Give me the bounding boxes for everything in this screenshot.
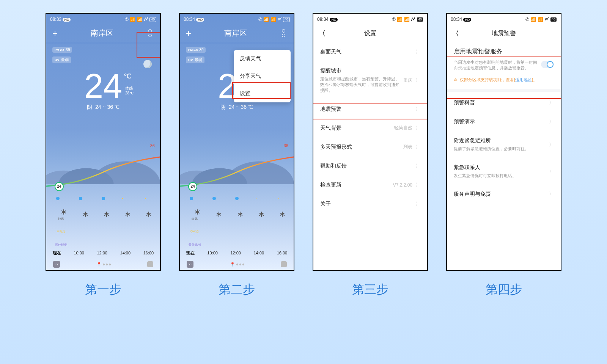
status-bar: 08:33 HD ✆ 📶 📶 🗲 40 — [46, 14, 160, 24]
chart-icon[interactable]: 〰 — [53, 261, 60, 268]
supported-regions-link[interactable]: 适用地区 — [515, 77, 532, 82]
enable-service-card: 启用地震预警服务 当周边发生对您有影响的地震时，将第一时间向您推送地震预警信息，… — [447, 42, 561, 77]
page-title: 设置 — [313, 30, 427, 38]
row-emergency-contact[interactable]: 紧急联系人发生紧急情况时可立即拨打电话。〉 — [447, 158, 561, 185]
step-4: 08:34 HD ✆ 📶 📶 🗲 40 〈地震预警 启用地震预警服务 当周边发生… — [446, 13, 561, 298]
hourly-grid: 轻风 空气良 紫外线弱 现在10:0012:0014:0016:00 — [46, 196, 160, 259]
menu-settings[interactable]: 设置 — [234, 85, 291, 102]
row-earthquake-warning[interactable]: 地震预警〉 — [313, 100, 427, 119]
overflow-menu: 反馈天气 分享天气 设置 — [234, 50, 291, 102]
home-icon[interactable] — [147, 261, 153, 267]
moon-icon — [143, 60, 152, 68]
row-help[interactable]: 帮助和反馈〉 — [313, 157, 427, 176]
row-weather-bg[interactable]: 天气背景轻简自然〉 — [313, 119, 427, 138]
enable-toggle[interactable] — [541, 61, 554, 68]
bottom-bar: 〰 📍 — [46, 259, 160, 270]
phone-frame-4: 08:34 HD ✆ 📶 📶 🗲 40 〈地震预警 启用地震预警服务 当周边发生… — [446, 13, 561, 271]
step-3: 08:34 HD ✆ 📶 📶 🗲 40 〈设置 桌面天气〉 提醒城市定位城市和提… — [313, 13, 428, 298]
warning-icon: ⚠ — [454, 77, 458, 82]
row-remind-city[interactable]: 提醒城市定位城市和提醒城市，当有预警、升降温、热冷和降水等极端天气时，可提前收到… — [313, 61, 427, 100]
row-demo[interactable]: 预警演示〉 — [447, 112, 561, 131]
step-caption: 第一步 — [85, 281, 121, 298]
row-desktop-weather[interactable]: 桌面天气〉 — [313, 42, 427, 61]
step-caption: 第二步 — [219, 281, 255, 298]
row-about[interactable]: 关于〉 — [313, 195, 427, 213]
chevron-right-icon: 〉 — [415, 49, 420, 55]
step-2: 08:34 HD ✆ 📶 📶 🗲 40 +南岸区 PM 2.539 UV最弱 2… — [179, 13, 294, 298]
status-bar: 08:34 HD ✆ 📶 📶 🗲 40 — [313, 14, 427, 24]
phone-frame-2: 08:34 HD ✆ 📶 📶 🗲 40 +南岸区 PM 2.539 UV最弱 2… — [179, 13, 294, 271]
add-city-button[interactable]: + — [186, 29, 191, 38]
step-1: 08:33 HD ✆ 📶 📶 🗲 40 + 南岸区 PM 2.539 UV最弱 … — [46, 13, 161, 298]
location-title: 南岸区 — [91, 28, 113, 38]
row-disclaimer[interactable]: 服务声明与免责〉 — [447, 185, 561, 204]
weather-header: + 南岸区 — [46, 24, 160, 43]
row-science[interactable]: 预警科普〉 — [447, 93, 561, 112]
add-city-button[interactable]: + — [52, 29, 58, 38]
more-menu-button[interactable] — [146, 29, 154, 37]
row-shelter[interactable]: 附近紧急避难所提前了解紧急避难所位置，必要时前往。〉 — [447, 131, 561, 158]
phone-frame-3: 08:34 HD ✆ 📶 📶 🗲 40 〈设置 桌面天气〉 提醒城市定位城市和提… — [313, 13, 428, 271]
menu-feedback[interactable]: 反馈天气 — [234, 50, 291, 67]
tutorial-steps: 08:33 HD ✆ 📶 📶 🗲 40 + 南岸区 PM 2.539 UV最弱 … — [0, 0, 607, 298]
row-update[interactable]: 检查更新V7.2.2.00〉 — [313, 176, 427, 195]
region-warning: ⚠仅部分区域支持该功能，查看[适用地区]。 — [447, 77, 561, 87]
pm-badge: PM 2.539 — [52, 47, 72, 53]
status-bar: 08:34 HD ✆ 📶 📶 🗲 40 — [447, 14, 561, 24]
uv-badge: UV最弱 — [52, 56, 71, 63]
menu-share[interactable]: 分享天气 — [234, 67, 291, 85]
page-title: 地震预警 — [447, 30, 561, 38]
status-bar: 08:34 HD ✆ 📶 📶 🗲 40 — [180, 14, 294, 24]
row-forecast-style[interactable]: 多天预报形式列表〉 — [313, 138, 427, 157]
step-caption: 第四步 — [486, 281, 522, 298]
step-caption: 第三步 — [352, 281, 388, 298]
more-menu-button[interactable] — [280, 29, 288, 37]
phone-frame-1: 08:33 HD ✆ 📶 📶 🗲 40 + 南岸区 PM 2.539 UV最弱 … — [46, 13, 161, 271]
current-temp: 24℃ 体感28℃ — [84, 71, 122, 102]
